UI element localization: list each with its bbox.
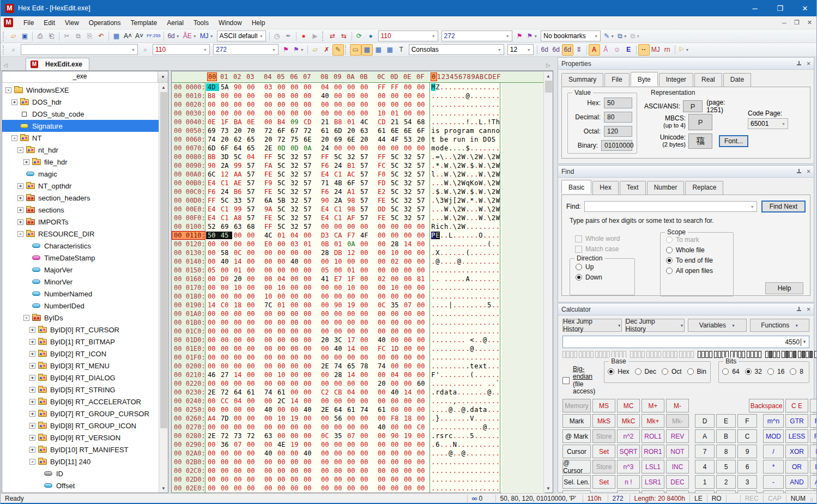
find-tab-replace[interactable]: Replace [685, 181, 723, 195]
find-input[interactable]: ▼ [584, 201, 757, 212]
calc-key-mark[interactable]: Mark [562, 414, 591, 428]
calc-key-rol[interactable]: ROL [810, 414, 817, 428]
calc-key-backspace[interactable]: Backspace [749, 399, 784, 412]
expand-icon[interactable]: + [29, 387, 35, 393]
calc-key-*[interactable]: * [763, 460, 784, 473]
calc-key-set[interactable]: Set [592, 475, 615, 489]
calc-key-ror[interactable]: ROR [810, 429, 817, 443]
refresh-icon[interactable]: ⟳ [354, 31, 365, 42]
calc-key-c[interactable]: C [737, 429, 757, 443]
dec-jump-history-dropdown[interactable]: Dec Jump History▼ [625, 319, 685, 332]
collapse-icon[interactable]: - [11, 135, 17, 141]
control-char-dots-icon[interactable]: ·· [638, 44, 650, 56]
calc-key-d[interactable]: D [695, 414, 715, 428]
hex-row[interactable]: 00 02D0:00000000000000000000000000000000… [172, 475, 544, 484]
tree-item-characteristics[interactable]: Characteristics [2, 240, 159, 252]
calc-key-sqrt[interactable]: SQRT [617, 445, 640, 458]
tree-item-nt-opthdr[interactable]: +NT_opthdr [2, 180, 159, 192]
whole-word-checkbox[interactable] [575, 235, 582, 242]
tree-item-majorver[interactable]: MajorVer [2, 264, 159, 276]
tree-item-section-headers[interactable]: +section_headers [2, 192, 159, 204]
calc-key-rev[interactable]: REV [666, 429, 689, 443]
tree-item-nt-hdr[interactable]: -nt_hdr [2, 144, 159, 156]
hex-row[interactable]: 00 0150:05000100000000000500010000000000… [172, 266, 544, 275]
find-tab-hex[interactable]: Hex [592, 181, 618, 195]
menu-edit[interactable]: Edit [39, 17, 60, 29]
tree-item-sections[interactable]: +sections [2, 204, 159, 216]
tree-item-byid-10-rt-manifest[interactable]: +ByID[10] RT_MANIFEST [2, 444, 159, 456]
calc-key-m+[interactable]: M+ [642, 399, 664, 412]
tree-item-offset[interactable]: Offset [2, 479, 159, 491]
base-oct-radio[interactable] [662, 368, 668, 375]
calc-key-3[interactable]: 3 [737, 475, 757, 489]
resize-grip[interactable]: ⠿ [810, 497, 817, 503]
expand-icon[interactable]: + [29, 327, 35, 333]
hex-row[interactable]: 00 00D0:FF5C33576A5B3257902A9857FE5C3257… [172, 196, 544, 205]
glasses-hex-icon[interactable]: 6d [562, 44, 573, 56]
hex-row[interactable]: 00 0050:69732070726F6772616D2063616E6E6F… [172, 126, 544, 135]
find-tab-basic[interactable]: Basic [561, 180, 591, 193]
close-button[interactable]: ✕ [792, 0, 817, 16]
hex-decimal-display-icon[interactable]: FF:255 [145, 31, 162, 42]
base-hex-radio[interactable] [608, 368, 614, 375]
toolbar-grip[interactable] [345, 45, 348, 54]
hex-address-combo[interactable]: 110▼ [153, 44, 210, 55]
calc-key-not[interactable]: NOT [666, 445, 689, 458]
expand-icon[interactable]: + [29, 411, 35, 417]
hex-row[interactable]: 00 01F0:00000000000000000000000000000000… [172, 353, 544, 362]
base-dec-radio[interactable] [635, 368, 642, 375]
hex-row[interactable]: 00 0070:6D6F64652E0D0D0A2400000000000000… [172, 144, 544, 153]
calc-key-set[interactable]: Set [592, 445, 615, 458]
font-name-combo[interactable]: Consolas▼ [409, 44, 504, 55]
tree-item-dos-stub-code[interactable]: DOS_stub_code [2, 108, 159, 120]
tree-item-dos-hdr[interactable]: +DOS_hdr [2, 96, 159, 108]
hex-row[interactable]: 00 0040:0E1FBA0E00B409CD21B8014CCD215468… [172, 118, 544, 126]
tree-item-numberided[interactable]: NumberIDed [2, 300, 159, 312]
expand-icon[interactable]: + [17, 195, 23, 201]
search-combo[interactable]: ▼ [21, 44, 138, 55]
hex-row[interactable]: 00 01C0:00000000000000000000000000000000… [172, 327, 544, 336]
note-delete-icon[interactable]: ✗ [321, 44, 332, 56]
tree-item-windowsexe[interactable]: -WindowsEXE [2, 84, 159, 96]
bits-16-radio[interactable] [767, 368, 774, 375]
menu-help[interactable]: Help [247, 17, 270, 29]
calc-key-m-[interactable]: M- [666, 399, 689, 412]
find-tab-text[interactable]: Text [620, 181, 646, 195]
collapse-icon[interactable]: - [17, 147, 23, 153]
calc-key-8[interactable]: 8 [716, 445, 736, 458]
calc-key-store[interactable]: Store [592, 460, 615, 473]
calc-key-asr[interactable]: ASR [810, 475, 817, 489]
ascii-mode-icon[interactable]: A [589, 44, 600, 56]
control-char-mj-icon[interactable]: MJ [650, 44, 662, 56]
bits-32-radio[interactable] [745, 368, 752, 375]
find-next-button[interactable]: Find Next [761, 201, 806, 212]
calc-key-sel-len-[interactable]: Sel. Len. [562, 475, 591, 489]
codepage-combo[interactable]: 65001▼ [748, 118, 788, 129]
tree-item-id[interactable]: ID [2, 467, 159, 479]
tab-scroll-right-icon[interactable]: ▷ [543, 59, 553, 70]
properties-tab-byte[interactable]: Byte [631, 72, 658, 86]
tree-item-byid-7-rt-group-cursor[interactable]: +ByID[7] RT_GROUP_CURSOR [2, 408, 159, 420]
collapse-icon[interactable]: - [17, 231, 23, 237]
calc-key-inc[interactable]: INC [666, 460, 689, 473]
pin-icon[interactable] [796, 306, 802, 313]
print-icon[interactable]: ⎙ [34, 31, 46, 42]
tree-item-byid-9-rt-version[interactable]: +ByID[9] RT_VERSION [2, 432, 159, 444]
cut-icon[interactable]: ✂ [61, 31, 72, 42]
bookmark-tag-icon[interactable]: ⚐▼ [677, 44, 691, 56]
bits-64-radio[interactable] [722, 368, 729, 375]
hex-grid[interactable]: 00 0000:4D5A90000300000004000000FFFF0000… [172, 83, 544, 493]
hex-row[interactable]: 00 0180:00000000100000000000000000000000… [172, 292, 544, 301]
calc-key-m^n[interactable]: m^n [763, 414, 784, 428]
status-readonly[interactable]: RO [707, 495, 726, 502]
document-tab[interactable]: M HexEdit.exe [26, 58, 89, 70]
control-char-rn-icon[interactable]: rn [662, 44, 673, 56]
calc-key-lsl1[interactable]: LSL1 [642, 460, 664, 473]
scope-to-end-of-file-radio[interactable] [666, 257, 673, 264]
hex-scroll-down-icon[interactable]: ▼ [544, 484, 553, 493]
hex-row[interactable]: 00 0230:2E72646174610000C2CB040000401400… [172, 388, 544, 397]
char-display-icon[interactable]: 6d▼ [166, 31, 181, 42]
hex-row[interactable]: 00 00B0:E4C1AE57F95C3257714B6F57FD5C3257… [172, 179, 544, 187]
expand-icon[interactable]: + [29, 339, 35, 345]
history-clock-icon[interactable]: ◷ [271, 31, 283, 42]
